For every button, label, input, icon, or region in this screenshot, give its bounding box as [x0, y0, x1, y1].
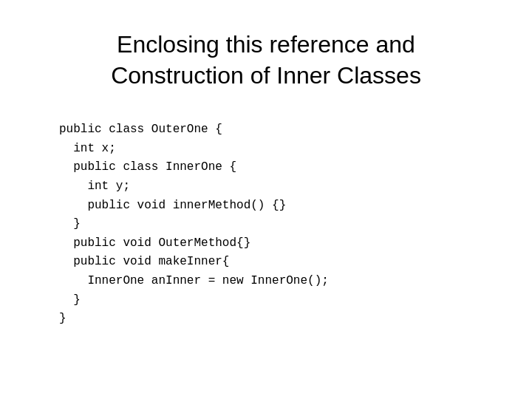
code-block: public class OuterOne { int x; public cl…	[59, 120, 488, 329]
slide-title: Enclosing this reference and Constructio…	[44, 30, 488, 91]
title-section: Enclosing this reference and Constructio…	[44, 30, 488, 91]
title-line1: Enclosing this reference and	[117, 31, 415, 58]
code-section: public class OuterOne { int x; public cl…	[44, 120, 488, 329]
slide: Enclosing this reference and Constructio…	[0, 0, 532, 399]
title-line2: Construction of Inner Classes	[111, 62, 421, 89]
